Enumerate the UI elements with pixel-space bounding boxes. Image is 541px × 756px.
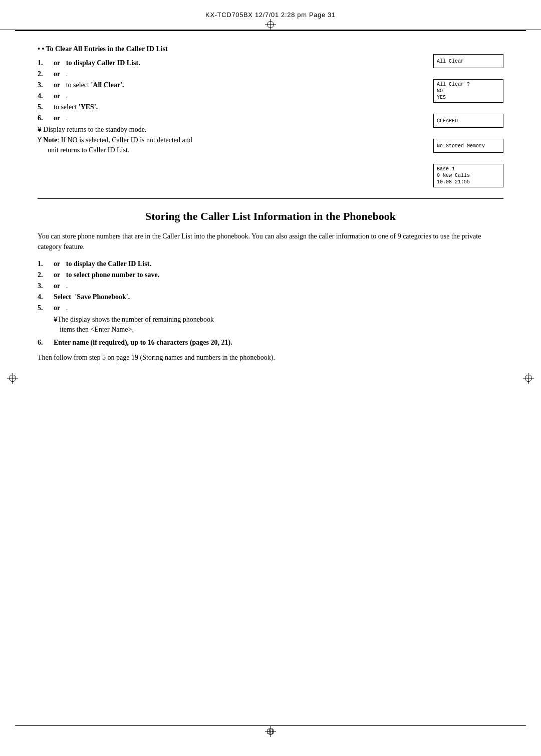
border-top [15,30,526,31]
step-text-6: . [66,114,68,122]
lcd-no-stored: No Stored Memory [433,139,503,153]
reg-mark-right [523,373,534,384]
step-content-4: or . [54,92,423,100]
section-divider [38,198,503,199]
s2-step-num-3: 3. [38,282,54,290]
section1-title: • To Clear All Entries in the Caller ID … [38,45,503,53]
step-text-5b: 'YES'. [79,103,98,111]
step-text-4: . [66,92,68,100]
step-content-3: or to select 'All Clear'. [54,81,423,89]
s2-step-content-2: or to select phone number to save. [54,271,423,279]
s2-step-or-2: or [54,271,60,279]
s2-step-text-5: . [66,304,68,312]
s2-footer-text: Then follow from step 5 on page 19 (Stor… [38,354,423,362]
lcd-text-4: No Stored Memory [437,143,485,149]
reg-mark-left [7,373,18,384]
header-text: KX-TCD705BX 12/7/01 2:28 pm Page 31 [205,11,336,19]
section-clear: • To Clear All Entries in the Caller ID … [38,45,503,187]
lcd-cleared: CLEARED [433,114,503,128]
step-content-6: or . [54,114,423,122]
section2-intro: You can store phone numbers that are in … [38,231,503,252]
s2-step-row-6: 6. Enter name (if required), up to 16 ch… [38,339,423,347]
steps-left-2: 1. or to display the Caller ID List. 2. … [38,260,423,362]
steps-right-2 [433,260,503,362]
step-num-4: 4. [38,92,54,100]
s2-step-content-5: or . [54,304,423,312]
step-row-2: 2. or . [38,70,423,78]
s2-step-num-2: 2. [38,271,54,279]
s2-note5-cont: items then <Enter Name>. [60,326,423,334]
main-content: • To Clear All Entries in the Caller ID … [38,45,503,716]
s2-step-text-2: to select phone number to save. [66,271,159,279]
step-text-3b: 'All Clear'. [91,81,124,89]
step-or-1: or [54,59,60,67]
s2-step-row-1: 1. or to display the Caller ID List. [38,260,423,268]
steps-container-2: 1. or to display the Caller ID List. 2. … [38,260,503,362]
step-text-3a: to select [66,81,91,89]
s2-step-text-1: to display the Caller ID List. [66,260,151,268]
lcd-text-3: CLEARED [437,118,458,124]
lcd-text-2: All Clear ? NO YES [437,81,470,101]
step-num-2: 2. [38,70,54,78]
lcd-text-5: Base 1 0 New Calls 10.08 21:55 [437,166,470,185]
s2-step-content-6: Enter name (if required), up to 16 chara… [54,339,423,347]
s2-note5-text: ¥The display shows the number of remaini… [54,315,423,324]
step-content-1: or to display Caller ID List. [54,59,423,67]
step-num-1: 1. [38,59,54,67]
note-1: ¥ Display returns to the standby mode. [38,125,423,134]
s2-step-or-5: or [54,304,60,312]
section2-heading: Storing the Caller List Information in t… [38,210,503,223]
lcd-base1: Base 1 0 New Calls 10.08 21:55 [433,164,503,187]
s2-step-row-5: 5. or . [38,304,423,312]
s2-step-content-3: or . [54,282,423,290]
s2-note5: ¥The display shows the number of remaini… [54,315,423,334]
s2-step-content-1: or to display the Caller ID List. [54,260,423,268]
header-bar: KX-TCD705BX 12/7/01 2:28 pm Page 31 [0,0,541,30]
step-or-2: or [54,70,60,78]
s2-step-or-3: or [54,282,60,290]
steps-left-1: 1. or to display Caller ID List. 2. or . [38,59,423,187]
s2-step-text-3: . [66,282,68,290]
step-row-4: 4. or . [38,92,423,100]
s2-step-row-3: 3. or . [38,282,423,290]
s2-step-num-5: 5. [38,304,54,312]
s2-step-content-4: Select 'Save Phonebook'. [54,293,423,301]
step-content-5: to select 'YES'. [54,103,423,111]
s2-step-select-label: Select [54,293,71,301]
s2-step-row-2: 2. or to select phone number to save. [38,271,423,279]
step-num-5: 5. [38,103,54,111]
s2-step-text-6: Enter name (if required), up to 16 chara… [54,339,232,346]
step-text-1: to display Caller ID List. [66,59,140,67]
s2-step-text-4: 'Save Phonebook'. [75,293,130,301]
section-storing: Storing the Caller List Information in t… [38,210,503,362]
lcd-all-clear: All Clear [433,54,503,68]
s2-step-or-1: or [54,260,60,268]
border-bottom [15,725,526,726]
s2-step-num-4: 4. [38,293,54,301]
page-number: 31 [267,728,274,736]
s2-step-num-6: 6. [38,339,54,347]
notes-area: ¥ Display returns to the standby mode. ¥… [38,125,423,154]
step-num-6: 6. [38,114,54,122]
s2-step-row-4: 4. Select 'Save Phonebook'. [38,293,423,301]
page: KX-TCD705BX 12/7/01 2:28 pm Page 31 • To… [0,0,541,756]
step-row-1: 1. or to display Caller ID List. [38,59,423,67]
step-text-2: . [66,70,68,78]
note-2: ¥ Note: If NO is selected, Caller ID is … [38,136,423,144]
note-2-cont: unit returns to Caller ID List. [48,146,423,154]
step-row-3: 3. or to select 'All Clear'. [38,81,423,89]
lcd-displays-section1: All Clear All Clear ? NO YES CLEARED No … [433,54,503,187]
step-row-5: 5. to select 'YES'. [38,103,423,111]
step-num-3: 3. [38,81,54,89]
step-row-6: 6. or . [38,114,423,122]
lcd-text-1: All Clear [437,58,464,65]
step-or-6: or [54,114,60,122]
steps-container-1: 1. or to display Caller ID List. 2. or . [38,59,503,187]
step-or-3: or [54,81,60,89]
step-content-2: or . [54,70,423,78]
step-text-5a: to select [54,103,79,111]
lcd-all-clear-question: All Clear ? NO YES [433,79,503,103]
s2-step-num-1: 1. [38,260,54,268]
step-or-4: or [54,92,60,100]
